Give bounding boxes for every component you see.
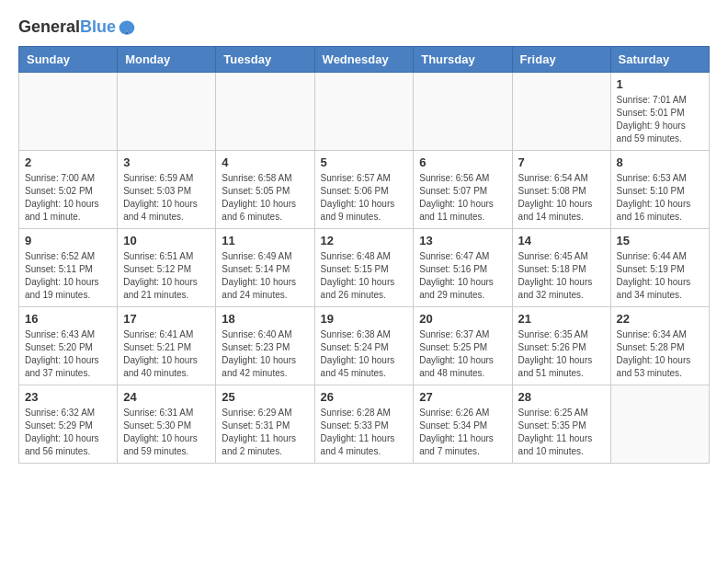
day-cell xyxy=(512,73,610,151)
day-cell: 20Sunrise: 6:37 AMSunset: 5:25 PMDayligh… xyxy=(414,307,512,385)
week-row-5: 23Sunrise: 6:32 AMSunset: 5:29 PMDayligh… xyxy=(19,385,710,464)
day-number: 5 xyxy=(321,155,408,169)
day-info: Sunrise: 6:44 AMSunset: 5:19 PMDaylight:… xyxy=(617,250,703,302)
day-info: Sunrise: 6:32 AMSunset: 5:29 PMDaylight:… xyxy=(25,407,111,458)
day-cell: 12Sunrise: 6:48 AMSunset: 5:15 PMDayligh… xyxy=(314,229,414,307)
day-info: Sunrise: 6:53 AMSunset: 5:10 PMDaylight:… xyxy=(617,172,703,224)
week-row-1: 1Sunrise: 7:01 AMSunset: 5:01 PMDaylight… xyxy=(19,73,710,151)
logo-icon xyxy=(118,18,136,37)
day-cell: 8Sunrise: 6:53 AMSunset: 5:10 PMDaylight… xyxy=(610,151,709,229)
day-info: Sunrise: 6:31 AMSunset: 5:30 PMDaylight:… xyxy=(123,407,210,458)
day-cell: 26Sunrise: 6:28 AMSunset: 5:33 PMDayligh… xyxy=(314,385,414,464)
day-cell: 22Sunrise: 6:34 AMSunset: 5:28 PMDayligh… xyxy=(610,307,709,385)
day-number: 15 xyxy=(617,234,703,247)
header-wednesday: Wednesday xyxy=(314,47,414,73)
day-cell: 15Sunrise: 6:44 AMSunset: 5:19 PMDayligh… xyxy=(610,229,709,307)
day-number: 19 xyxy=(321,312,408,326)
day-cell xyxy=(610,385,709,464)
day-cell: 24Sunrise: 6:31 AMSunset: 5:30 PMDayligh… xyxy=(118,385,216,464)
header-saturday: Saturday xyxy=(610,47,709,73)
day-number: 22 xyxy=(617,312,703,326)
logo: GeneralBlue xyxy=(18,18,136,37)
day-number: 10 xyxy=(123,234,210,247)
day-info: Sunrise: 6:28 AMSunset: 5:33 PMDaylight:… xyxy=(321,407,408,458)
day-cell xyxy=(216,73,314,151)
header-monday: Monday xyxy=(118,47,216,73)
week-row-2: 2Sunrise: 7:00 AMSunset: 5:02 PMDaylight… xyxy=(19,151,710,229)
day-number: 20 xyxy=(419,312,506,326)
day-cell: 21Sunrise: 6:35 AMSunset: 5:26 PMDayligh… xyxy=(512,307,610,385)
day-info: Sunrise: 6:37 AMSunset: 5:25 PMDaylight:… xyxy=(419,328,506,380)
header: GeneralBlue xyxy=(18,18,710,37)
day-cell: 23Sunrise: 6:32 AMSunset: 5:29 PMDayligh… xyxy=(19,385,118,464)
day-info: Sunrise: 6:56 AMSunset: 5:07 PMDaylight:… xyxy=(419,172,506,224)
day-number: 3 xyxy=(123,155,210,169)
day-number: 16 xyxy=(25,312,111,326)
day-cell: 19Sunrise: 6:38 AMSunset: 5:24 PMDayligh… xyxy=(314,307,414,385)
day-number: 1 xyxy=(617,77,703,91)
calendar-header-row: SundayMondayTuesdayWednesdayThursdayFrid… xyxy=(19,47,710,73)
header-tuesday: Tuesday xyxy=(216,47,314,73)
day-info: Sunrise: 6:35 AMSunset: 5:26 PMDaylight:… xyxy=(518,328,605,380)
day-info: Sunrise: 6:40 AMSunset: 5:23 PMDaylight:… xyxy=(222,328,308,380)
day-cell: 27Sunrise: 6:26 AMSunset: 5:34 PMDayligh… xyxy=(414,385,512,464)
day-info: Sunrise: 6:45 AMSunset: 5:18 PMDaylight:… xyxy=(518,250,605,302)
day-info: Sunrise: 6:38 AMSunset: 5:24 PMDaylight:… xyxy=(321,328,408,380)
day-cell: 17Sunrise: 6:41 AMSunset: 5:21 PMDayligh… xyxy=(118,307,216,385)
day-cell: 2Sunrise: 7:00 AMSunset: 5:02 PMDaylight… xyxy=(19,151,118,229)
day-number: 21 xyxy=(518,312,605,326)
day-cell: 6Sunrise: 6:56 AMSunset: 5:07 PMDaylight… xyxy=(414,151,512,229)
day-cell xyxy=(19,73,118,151)
day-info: Sunrise: 6:29 AMSunset: 5:31 PMDaylight:… xyxy=(222,407,308,458)
day-number: 14 xyxy=(518,234,605,247)
day-cell xyxy=(118,73,216,151)
day-info: Sunrise: 6:51 AMSunset: 5:12 PMDaylight:… xyxy=(123,250,210,302)
week-row-4: 16Sunrise: 6:43 AMSunset: 5:20 PMDayligh… xyxy=(19,307,710,385)
day-cell: 4Sunrise: 6:58 AMSunset: 5:05 PMDaylight… xyxy=(216,151,314,229)
day-cell: 5Sunrise: 6:57 AMSunset: 5:06 PMDaylight… xyxy=(314,151,414,229)
day-cell: 9Sunrise: 6:52 AMSunset: 5:11 PMDaylight… xyxy=(19,229,118,307)
day-cell: 18Sunrise: 6:40 AMSunset: 5:23 PMDayligh… xyxy=(216,307,314,385)
calendar: SundayMondayTuesdayWednesdayThursdayFrid… xyxy=(18,46,710,464)
day-cell: 7Sunrise: 6:54 AMSunset: 5:08 PMDaylight… xyxy=(512,151,610,229)
day-number: 26 xyxy=(321,390,408,404)
day-info: Sunrise: 6:26 AMSunset: 5:34 PMDaylight:… xyxy=(419,407,506,458)
day-cell: 1Sunrise: 7:01 AMSunset: 5:01 PMDaylight… xyxy=(610,73,709,151)
day-number: 7 xyxy=(518,155,605,169)
day-number: 4 xyxy=(222,155,308,169)
day-cell: 11Sunrise: 6:49 AMSunset: 5:14 PMDayligh… xyxy=(216,229,314,307)
day-number: 13 xyxy=(419,234,506,247)
day-info: Sunrise: 7:01 AMSunset: 5:01 PMDaylight:… xyxy=(617,94,703,145)
day-number: 17 xyxy=(123,312,210,326)
day-number: 28 xyxy=(518,390,605,404)
day-info: Sunrise: 6:52 AMSunset: 5:11 PMDaylight:… xyxy=(25,250,111,302)
day-info: Sunrise: 6:59 AMSunset: 5:03 PMDaylight:… xyxy=(123,172,210,224)
day-info: Sunrise: 6:57 AMSunset: 5:06 PMDaylight:… xyxy=(321,172,408,224)
day-cell: 16Sunrise: 6:43 AMSunset: 5:20 PMDayligh… xyxy=(19,307,118,385)
day-cell xyxy=(414,73,512,151)
day-info: Sunrise: 6:41 AMSunset: 5:21 PMDaylight:… xyxy=(123,328,210,380)
day-number: 24 xyxy=(123,390,210,404)
day-info: Sunrise: 6:54 AMSunset: 5:08 PMDaylight:… xyxy=(518,172,605,224)
logo-text: GeneralBlue xyxy=(18,18,116,37)
day-cell: 14Sunrise: 6:45 AMSunset: 5:18 PMDayligh… xyxy=(512,229,610,307)
day-cell: 25Sunrise: 6:29 AMSunset: 5:31 PMDayligh… xyxy=(216,385,314,464)
day-number: 23 xyxy=(25,390,111,404)
day-info: Sunrise: 6:47 AMSunset: 5:16 PMDaylight:… xyxy=(419,250,506,302)
day-number: 11 xyxy=(222,234,308,247)
day-cell: 13Sunrise: 6:47 AMSunset: 5:16 PMDayligh… xyxy=(414,229,512,307)
header-thursday: Thursday xyxy=(414,47,512,73)
header-sunday: Sunday xyxy=(19,47,118,73)
day-number: 9 xyxy=(25,234,111,247)
day-info: Sunrise: 6:58 AMSunset: 5:05 PMDaylight:… xyxy=(222,172,308,224)
day-info: Sunrise: 7:00 AMSunset: 5:02 PMDaylight:… xyxy=(25,172,111,224)
day-number: 18 xyxy=(222,312,308,326)
day-number: 8 xyxy=(617,155,703,169)
day-cell xyxy=(314,73,414,151)
header-friday: Friday xyxy=(512,47,610,73)
day-number: 25 xyxy=(222,390,308,404)
day-cell: 3Sunrise: 6:59 AMSunset: 5:03 PMDaylight… xyxy=(118,151,216,229)
day-info: Sunrise: 6:25 AMSunset: 5:35 PMDaylight:… xyxy=(518,407,605,458)
day-number: 27 xyxy=(419,390,506,404)
week-row-3: 9Sunrise: 6:52 AMSunset: 5:11 PMDaylight… xyxy=(19,229,710,307)
